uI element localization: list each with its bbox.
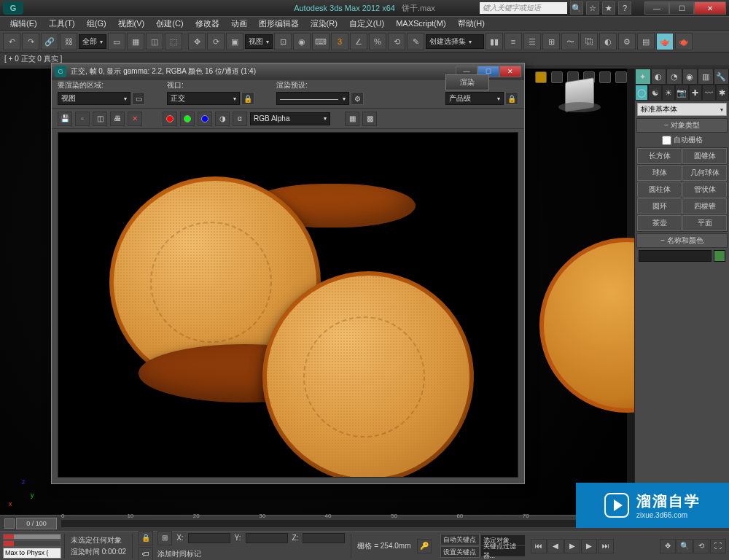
render-button[interactable]: 渲染: [445, 74, 489, 90]
geometry-subtab[interactable]: ◯: [635, 85, 648, 101]
tube-button[interactable]: 管状体: [682, 182, 727, 198]
autogrid-checkbox[interactable]: [662, 136, 671, 145]
lock-selection-button[interactable]: 🔒: [139, 531, 153, 545]
config-icon[interactable]: [615, 71, 627, 83]
torus-button[interactable]: 圆环: [637, 198, 682, 214]
menu-animation[interactable]: 动画: [225, 18, 253, 29]
redo-button[interactable]: ↷: [22, 33, 39, 50]
edit-region-button[interactable]: ▭: [132, 92, 145, 105]
rendered-frame-button[interactable]: ▤: [637, 33, 655, 50]
select-name-button[interactable]: ▦: [127, 33, 144, 50]
named-selection-set[interactable]: 创建选择集: [426, 34, 484, 49]
add-time-tag[interactable]: 添加时间标记: [157, 549, 201, 559]
area-dropdown[interactable]: 视图: [58, 92, 130, 105]
render-production-button[interactable]: 🫖: [656, 33, 674, 50]
key-filter-button[interactable]: 关键点过滤器...: [481, 546, 525, 556]
help-search-icon[interactable]: 🔍: [570, 1, 583, 15]
channel-dropdown[interactable]: RGB Alpha: [250, 112, 330, 125]
help-icon[interactable]: ?: [618, 1, 631, 15]
render-setup-button-dlg[interactable]: ⚙: [351, 92, 364, 105]
favorite-icon[interactable]: ★: [602, 1, 615, 15]
absolute-mode-button[interactable]: ⊞: [157, 531, 172, 545]
y-coord-input[interactable]: [246, 533, 288, 543]
systems-subtab[interactable]: ✱: [716, 85, 729, 101]
schematic-view-button[interactable]: ⿻: [580, 33, 598, 50]
hierarchy-tab[interactable]: ◔: [666, 69, 682, 85]
pyramid-button[interactable]: 四棱锥: [682, 198, 727, 214]
clear-button[interactable]: ✕: [128, 112, 142, 126]
helpers-subtab[interactable]: ✚: [689, 85, 702, 101]
time-config-icon[interactable]: [4, 518, 15, 529]
ref-coord-system[interactable]: 视图: [245, 34, 273, 49]
prev-frame-button[interactable]: ◀: [547, 539, 564, 553]
spacewarps-subtab[interactable]: 〰: [702, 85, 715, 101]
curve-editor-button[interactable]: 〜: [561, 33, 579, 50]
selection-filter[interactable]: 全部: [79, 34, 106, 49]
cylinder-button[interactable]: 圆柱体: [637, 182, 682, 198]
close-button[interactable]: ✕: [694, 1, 726, 15]
minimize-button[interactable]: —: [644, 1, 669, 15]
toggle-overlay-button[interactable]: ▩: [362, 112, 377, 126]
menu-customize[interactable]: 自定义(U): [343, 18, 390, 29]
undo-button[interactable]: ↶: [3, 33, 20, 50]
graphite-button[interactable]: ⊞: [542, 33, 560, 50]
mini-trackbar-2[interactable]: [3, 540, 61, 547]
enable-blue-button[interactable]: [198, 112, 212, 126]
keyboard-shortcut-button[interactable]: ⌨: [312, 33, 330, 50]
lock-viewport-button[interactable]: 🔒: [241, 92, 254, 105]
display-tab[interactable]: ▥: [698, 69, 714, 85]
move-button[interactable]: ✥: [188, 33, 206, 50]
production-dropdown[interactable]: 产品级: [445, 92, 504, 105]
snap-toggle-button[interactable]: 3: [331, 33, 348, 50]
manipulate-button[interactable]: ◉: [293, 33, 311, 50]
print-button[interactable]: 🖶: [110, 112, 125, 126]
monochrome-button[interactable]: ◑: [215, 112, 230, 126]
teapot-button[interactable]: 茶壶: [637, 215, 682, 231]
maximize-viewport-button[interactable]: ⛶: [710, 539, 726, 553]
cone-button[interactable]: 圆锥体: [682, 148, 727, 164]
geosphere-button[interactable]: 几何球体: [682, 165, 727, 181]
create-tab[interactable]: ✦: [635, 69, 651, 85]
layer-button[interactable]: ☰: [523, 33, 541, 50]
next-frame-button[interactable]: ▶: [581, 539, 597, 553]
plane-button[interactable]: 平面: [682, 215, 727, 231]
category-dropdown[interactable]: 标准基本体: [637, 103, 727, 116]
auto-key-button[interactable]: 自动关键点: [440, 534, 480, 545]
object-type-rollout[interactable]: 对象类型: [636, 118, 728, 133]
menu-edit[interactable]: 编辑(E): [4, 18, 43, 29]
enable-red-button[interactable]: [163, 112, 177, 126]
preset-dropdown[interactable]: ————————: [276, 92, 349, 105]
menu-help[interactable]: 帮助(H): [452, 18, 491, 29]
menu-grapheditors[interactable]: 图形编辑器: [253, 18, 305, 29]
menu-rendering[interactable]: 渲染(R): [305, 18, 343, 29]
render-output-viewport[interactable]: [58, 132, 518, 478]
percent-snap-button[interactable]: %: [369, 33, 386, 50]
render-iterative-button[interactable]: 🫖: [675, 33, 693, 50]
use-pivot-button[interactable]: ⊡: [274, 33, 292, 50]
viewport-dropdown[interactable]: 正交: [167, 92, 240, 105]
orbit-button[interactable]: ⟲: [693, 539, 709, 553]
modify-tab[interactable]: ◐: [651, 69, 667, 85]
time-slider-knob[interactable]: 0 / 100: [16, 518, 57, 529]
toggle-ui-button[interactable]: ▦: [345, 112, 359, 126]
menu-modifiers[interactable]: 修改器: [190, 18, 225, 29]
angle-snap-button[interactable]: ∠: [350, 33, 367, 50]
sun-icon[interactable]: [535, 71, 547, 83]
box-button[interactable]: 长方体: [637, 148, 682, 164]
goto-end-button[interactable]: ⏭: [598, 539, 614, 553]
signin-icon[interactable]: ☆: [586, 1, 599, 15]
window-crossing-button[interactable]: ⬚: [165, 33, 182, 50]
unlink-button[interactable]: ⛓: [60, 33, 77, 50]
play-button[interactable]: ▶: [564, 539, 580, 553]
isolate-button[interactable]: 🔑: [417, 539, 432, 553]
enable-green-button[interactable]: [180, 112, 195, 126]
spinner-snap-button[interactable]: ⟲: [388, 33, 405, 50]
render-setup-button[interactable]: ⚙: [618, 33, 636, 50]
scale-button[interactable]: ▣: [226, 33, 243, 50]
menu-views[interactable]: 视图(V): [112, 18, 151, 29]
sphere-button[interactable]: 球体: [637, 165, 682, 181]
motion-tab[interactable]: ◉: [682, 69, 698, 85]
edit-named-sel-button[interactable]: ✎: [407, 33, 424, 50]
mirror-button[interactable]: ▮▮: [486, 33, 503, 50]
mini-trackbar[interactable]: [3, 534, 61, 540]
